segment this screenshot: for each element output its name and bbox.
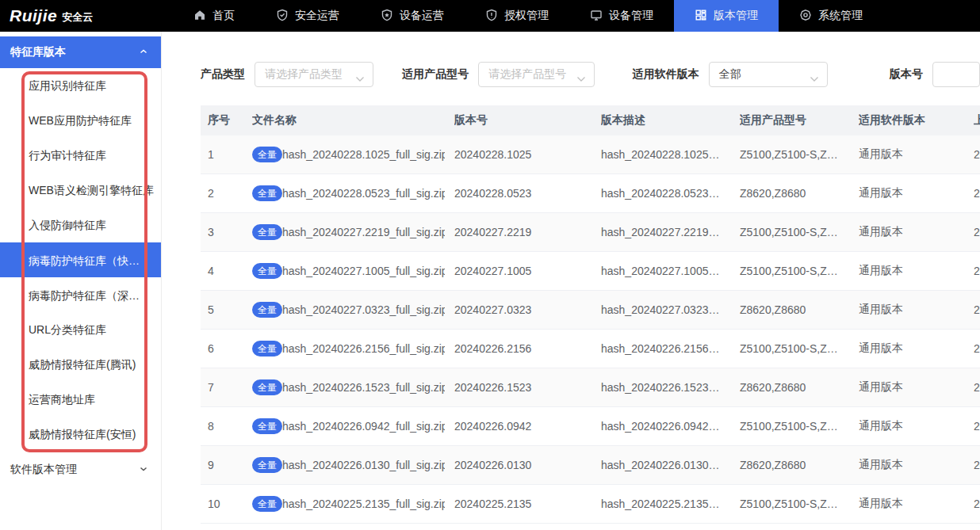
- software-version-value: 全部: [719, 67, 741, 82]
- software-version: 通用版本: [859, 458, 974, 472]
- full-badge: 全量: [252, 418, 282, 434]
- nav-item-security-ops[interactable]: 安全运营: [255, 0, 360, 32]
- version-no: 20240228.1025: [454, 148, 601, 161]
- nav-item-version-mgmt[interactable]: 版本管理: [674, 0, 779, 32]
- nav-item-license-mgmt[interactable]: 授权管理: [465, 0, 569, 32]
- full-badge: 全量: [252, 341, 282, 357]
- full-badge: 全量: [252, 263, 282, 279]
- version-desc: hash_20240227.0323…: [601, 303, 740, 316]
- table-row: 4 全量hash_20240227.1005_full_sig.zip 2024…: [201, 252, 980, 291]
- row-index: 3: [201, 226, 252, 238]
- sidebar-item-virus-protection-deep[interactable]: 病毒防护特征库（深度查杀）: [0, 277, 161, 312]
- product-models: Z5100,Z5100-S,Z…: [740, 265, 859, 277]
- upload-time: 2024: [974, 381, 980, 394]
- file-name: hash_20240226.1523_full_sig.zip: [282, 381, 445, 394]
- product-type-select[interactable]: 请选择产品类型: [255, 62, 373, 87]
- main-content: 产品类型 请选择产品类型 适用产品型号 请选择产品型号 适用软件版本 全部 版本…: [162, 32, 980, 530]
- nav-item-device-mgmt[interactable]: 设备管理: [569, 0, 674, 32]
- col-header-version: 版本号: [454, 113, 601, 128]
- shield-star-icon: [381, 9, 393, 24]
- table-row: 5 全量hash_20240227.0323_full_sig.zip 2024…: [201, 291, 980, 330]
- full-badge: 全量: [252, 379, 282, 395]
- nav-item-system-mgmt[interactable]: 系统管理: [779, 0, 883, 32]
- sidebar: 特征库版本 应用识别特征库 WEB应用防护特征库 行为审计特征库 WEB语义检测…: [0, 32, 162, 530]
- sidebar-group-signature-db[interactable]: 特征库版本: [0, 36, 161, 68]
- sidebar-group-software-version-mgmt[interactable]: 软件版本管理: [0, 452, 161, 488]
- upload-time: 2024: [974, 498, 980, 510]
- product-models: Z8620,Z8680: [740, 303, 859, 316]
- product-models: Z8620,Z8680: [740, 381, 859, 394]
- brand-logo-suffix: 安全云: [62, 8, 93, 25]
- row-index: 8: [201, 420, 252, 433]
- sidebar-item-threat-intel-anheng[interactable]: 威胁情报特征库(安恒): [0, 417, 161, 452]
- row-index: 2: [201, 187, 252, 200]
- software-version: 通用版本: [859, 380, 974, 395]
- version-no: 20240225.2135: [454, 498, 601, 510]
- file-name: hash_20240226.0942_full_sig.zip: [282, 420, 445, 433]
- product-models: Z5100,Z5100-S,Z…: [740, 420, 859, 433]
- software-version: 通用版本: [859, 419, 974, 433]
- upload-time: 2024: [974, 459, 980, 471]
- shield-alert-icon: [485, 9, 498, 24]
- product-models: Z5100,Z5100-S,Z…: [740, 498, 859, 510]
- sidebar-item-app-recognition[interactable]: 应用识别特征库: [0, 68, 161, 103]
- nav-item-home[interactable]: 首页: [173, 0, 255, 32]
- version-desc: hash_20240226.2156…: [601, 342, 740, 355]
- version-desc: hash_20240226.1523…: [601, 381, 740, 394]
- table-row: 9 全量hash_20240226.0130_full_sig.zip 2024…: [201, 446, 980, 485]
- upload-time: 2024: [974, 303, 980, 316]
- version-no-input[interactable]: [932, 62, 980, 87]
- table-header-row: 序号 文件名称 版本号 版本描述 适用产品型号 适用软件版本 上传时间: [201, 105, 980, 135]
- file-name: hash_20240225.2135_full_sig.zip: [282, 498, 445, 510]
- full-badge: 全量: [252, 302, 282, 318]
- sidebar-item-virus-protection-fast[interactable]: 病毒防护特征库（快速查杀）: [0, 242, 161, 277]
- sidebar-item-intrusion-prevention[interactable]: 入侵防御特征库: [0, 208, 161, 242]
- version-desc: hash_20240226.0942…: [601, 420, 740, 433]
- row-index: 5: [201, 303, 252, 316]
- product-models: Z8620,Z8680: [740, 187, 859, 200]
- upload-time: 2024: [974, 148, 980, 161]
- row-index: 7: [201, 381, 252, 394]
- version-desc: hash_20240227.1005…: [601, 265, 740, 277]
- version-desc: hash_20240228.0523…: [601, 187, 740, 200]
- sidebar-item-url-category[interactable]: URL分类特征库: [0, 312, 161, 347]
- sidebar-item-web-semantic-engine[interactable]: WEB语义检测引擎特征库: [0, 173, 161, 208]
- col-header-filename: 文件名称: [252, 113, 454, 128]
- row-index: 4: [201, 265, 252, 277]
- sidebar-item-threat-intel-tencent[interactable]: 威胁情报特征库(腾讯): [0, 347, 161, 382]
- nav-item-label: 设备运营: [400, 9, 444, 23]
- version-no-label: 版本号: [890, 67, 923, 82]
- table-row: 7 全量hash_20240226.1523_full_sig.zip 2024…: [201, 368, 980, 407]
- file-name: hash_20240226.2156_full_sig.zip: [282, 342, 445, 355]
- version-desc: hash_20240228.1025…: [601, 148, 740, 161]
- product-model-select[interactable]: 请选择产品型号: [478, 62, 595, 87]
- product-model-placeholder: 请选择产品型号: [488, 67, 566, 82]
- version-desc: hash_20240225.2135…: [601, 498, 740, 510]
- col-header-models: 适用产品型号: [740, 113, 859, 128]
- sidebar-item-carrier-address-db[interactable]: 运营商地址库: [0, 382, 161, 417]
- sidebar-group-title: 特征库版本: [10, 45, 66, 59]
- col-header-software: 适用软件版本: [859, 113, 974, 128]
- home-icon: [193, 9, 206, 24]
- brand-logo: Ruijie 安全云: [0, 0, 159, 32]
- product-model-label: 适用产品型号: [402, 67, 469, 82]
- software-version: 通用版本: [859, 303, 974, 317]
- nav-item-device-ops[interactable]: 设备运营: [360, 0, 465, 32]
- file-name: hash_20240227.0323_full_sig.zip: [282, 303, 445, 316]
- table-row: 3 全量hash_20240227.2219_full_sig.zip 2024…: [201, 213, 980, 252]
- filter-bar: 产品类型 请选择产品类型 适用产品型号 请选择产品型号 适用软件版本 全部 版本…: [201, 62, 980, 87]
- product-models: Z5100,Z5100-S,Z…: [740, 148, 859, 161]
- upload-time: 2024: [974, 265, 980, 277]
- software-version-select[interactable]: 全部: [709, 62, 828, 87]
- version-desc: hash_20240227.2219…: [601, 226, 740, 238]
- full-badge: 全量: [252, 147, 282, 162]
- version-no: 20240228.0523: [454, 187, 601, 200]
- product-type-label: 产品类型: [201, 67, 245, 82]
- sidebar-item-behavior-audit[interactable]: 行为审计特征库: [0, 138, 161, 173]
- product-models: Z5100,Z5100-S,Z…: [740, 226, 859, 238]
- product-models: Z8620,Z8680: [740, 459, 859, 471]
- chevron-down-icon: [810, 72, 819, 85]
- file-name: hash_20240227.1005_full_sig.zip: [282, 265, 445, 277]
- product-type-placeholder: 请选择产品类型: [265, 67, 343, 82]
- sidebar-item-web-app-protection[interactable]: WEB应用防护特征库: [0, 103, 161, 138]
